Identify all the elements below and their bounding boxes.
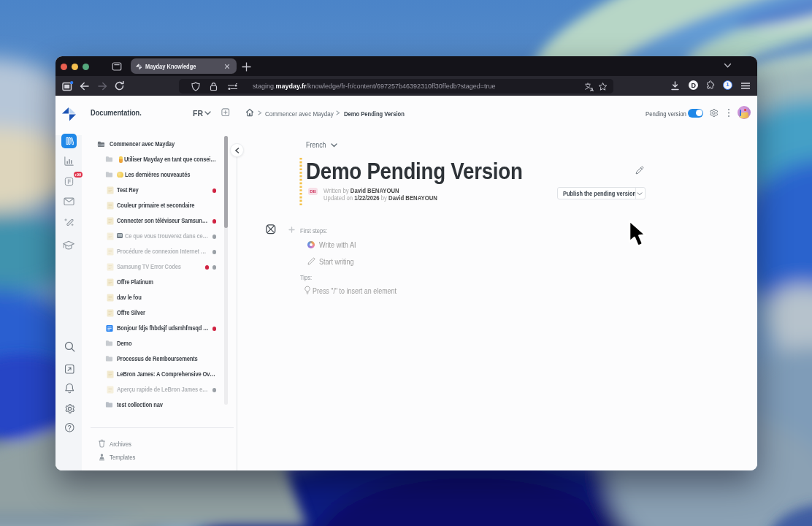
svg-text:A: A [590,86,594,91]
